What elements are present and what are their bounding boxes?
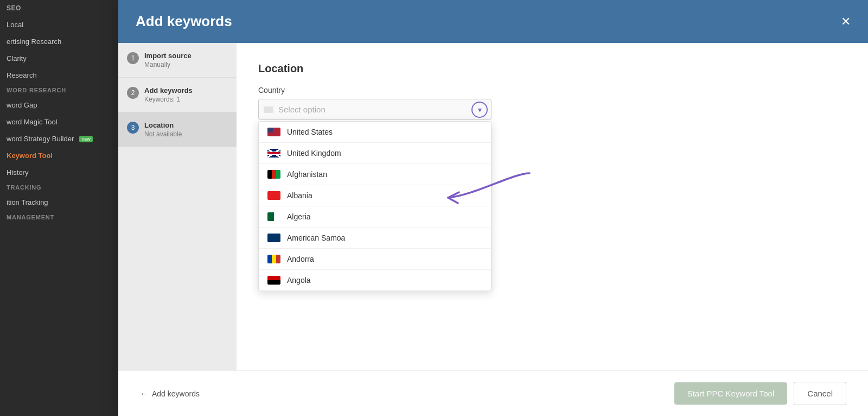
start-ppc-button[interactable]: Start PPC Keyword Tool bbox=[674, 382, 788, 405]
modal-container: Add keywords ✕ 1 Import source Manually bbox=[118, 0, 868, 416]
step-2-label: Add keywords bbox=[144, 86, 193, 94]
flag-ad bbox=[267, 255, 280, 263]
step-3-number: 3 bbox=[127, 122, 139, 134]
sidebar-item-position-tracking[interactable]: ition Tracking bbox=[0, 194, 118, 211]
step-2-text: Add keywords Keywords: 1 bbox=[144, 86, 193, 103]
country-dropdown: United States United Kingdom bbox=[258, 121, 492, 291]
country-name-ad: Andorra bbox=[287, 255, 314, 263]
dropdown-item-us[interactable]: United States bbox=[259, 122, 491, 143]
select-placeholder: Select option bbox=[278, 105, 326, 114]
modal-body: 1 Import source Manually 2 Add keywords … bbox=[118, 43, 868, 370]
dropdown-item-ad[interactable]: Andorra bbox=[259, 249, 491, 270]
country-name-al: Albania bbox=[287, 191, 312, 200]
step-3[interactable]: 3 Location Not available bbox=[118, 112, 237, 147]
chevron-circle: ▾ bbox=[471, 102, 488, 118]
flag-uk bbox=[267, 149, 280, 157]
step-2-number: 2 bbox=[127, 87, 139, 99]
sidebar-item-strategy-builder[interactable]: word Strategy Builder new bbox=[0, 130, 118, 147]
dropdown-item-af[interactable]: Afghanistan bbox=[259, 164, 491, 185]
country-name-ao: Angola bbox=[287, 276, 311, 285]
step-1-text: Import source Manually bbox=[144, 52, 192, 68]
select-chevron-button[interactable]: ▾ bbox=[468, 99, 492, 120]
dropdown-item-al[interactable]: Albania bbox=[259, 185, 491, 206]
country-select-trigger[interactable]: Select option bbox=[258, 99, 492, 120]
back-arrow-icon: ← bbox=[140, 389, 148, 398]
step-3-label: Location bbox=[144, 121, 182, 129]
flag-as bbox=[267, 234, 280, 242]
sidebar-section-management: MANAGEMENT bbox=[0, 211, 118, 224]
country-field-label: Country bbox=[258, 86, 846, 94]
flag-dz bbox=[267, 212, 280, 221]
country-select-container: Select option ▾ United St bbox=[258, 99, 492, 120]
country-name-dz: Algeria bbox=[287, 212, 311, 221]
flag-af bbox=[267, 170, 280, 179]
dropdown-item-as[interactable]: American Samoa bbox=[259, 228, 491, 249]
location-section-title: Location bbox=[258, 62, 846, 75]
sidebar: SEO Local ertising Research Clarity Rese… bbox=[0, 0, 118, 416]
modal-header: Add keywords ✕ bbox=[118, 0, 868, 43]
modal-main: Location Country Select option ▾ bbox=[237, 43, 868, 370]
step-3-text: Location Not available bbox=[144, 121, 182, 138]
flag-al bbox=[267, 191, 280, 200]
footer-actions: Start PPC Keyword Tool Cancel bbox=[674, 382, 846, 405]
flag-ao bbox=[267, 276, 280, 285]
dropdown-item-dz[interactable]: Algeria bbox=[259, 206, 491, 228]
sidebar-item-research[interactable]: Research bbox=[0, 67, 118, 84]
step-2-sub: Keywords: 1 bbox=[144, 96, 193, 103]
main-content: Add keywords ✕ 1 Import source Manually bbox=[118, 0, 868, 416]
dropdown-item-ao[interactable]: Angola bbox=[259, 270, 491, 291]
back-label: Add keywords bbox=[152, 389, 200, 398]
step-1[interactable]: 1 Import source Manually bbox=[118, 43, 237, 78]
step-1-label: Import source bbox=[144, 52, 192, 60]
chevron-down-icon: ▾ bbox=[478, 105, 482, 114]
modal-window: Add keywords ✕ 1 Import source Manually bbox=[118, 0, 868, 416]
step-1-number: 1 bbox=[127, 52, 139, 64]
flag-us bbox=[267, 128, 280, 136]
sidebar-section-keyword-research: WORD RESEARCH bbox=[0, 84, 118, 97]
sidebar-section-tracking: TRACKING bbox=[0, 181, 118, 194]
step-1-sub: Manually bbox=[144, 61, 192, 68]
step-3-sub: Not available bbox=[144, 130, 182, 138]
sidebar-item-keyword-gap[interactable]: word Gap bbox=[0, 97, 118, 114]
sidebar-item-local: Local bbox=[0, 16, 118, 33]
country-name-uk: United Kingdom bbox=[287, 149, 341, 157]
sidebar-item-keyword-tool[interactable]: Keyword Tool bbox=[0, 147, 118, 164]
country-name-af: Afghanistan bbox=[287, 170, 327, 179]
back-link[interactable]: ← Add keywords bbox=[140, 389, 200, 398]
sidebar-item-history[interactable]: History bbox=[0, 164, 118, 181]
modal-close-button[interactable]: ✕ bbox=[841, 16, 851, 28]
modal-footer: ← Add keywords Start PPC Keyword Tool Ca… bbox=[118, 370, 868, 416]
cancel-button[interactable]: Cancel bbox=[794, 382, 846, 405]
sidebar-item-magic-tool[interactable]: word Magic Tool bbox=[0, 114, 118, 130]
country-name-us: United States bbox=[287, 128, 333, 136]
dropdown-item-uk[interactable]: United Kingdom bbox=[259, 143, 491, 164]
select-icon bbox=[264, 106, 273, 113]
new-badge: new bbox=[79, 136, 93, 142]
step-2[interactable]: 2 Add keywords Keywords: 1 bbox=[118, 78, 237, 112]
modal-title: Add keywords bbox=[136, 13, 232, 30]
sidebar-seo-label: SEO bbox=[0, 0, 118, 16]
country-name-as: American Samoa bbox=[287, 234, 345, 242]
sidebar-item-advertising-research[interactable]: ertising Research bbox=[0, 33, 118, 50]
steps-sidebar: 1 Import source Manually 2 Add keywords … bbox=[118, 43, 237, 370]
sidebar-item-clarity[interactable]: Clarity bbox=[0, 50, 118, 67]
